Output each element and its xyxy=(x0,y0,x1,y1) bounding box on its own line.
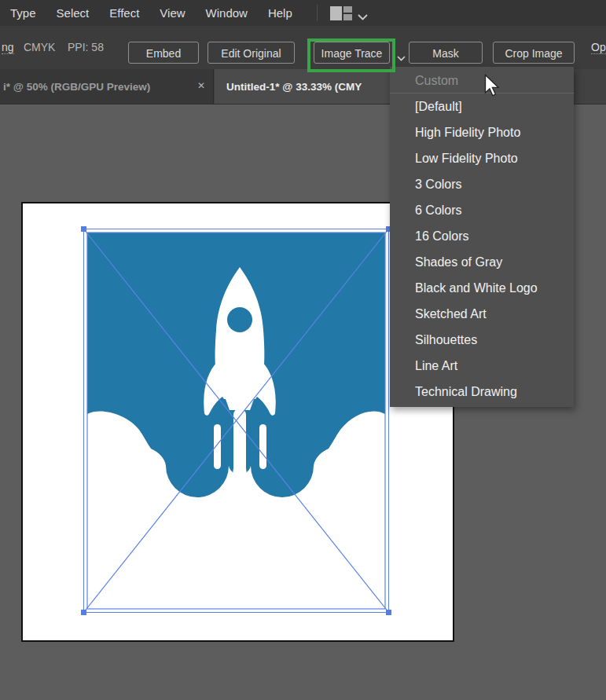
menu-item[interactable]: 3 Colors xyxy=(390,171,574,197)
workspace-pane-left xyxy=(330,6,342,20)
workspace-pane-top-right xyxy=(343,6,352,13)
workspace-pane-bottom-right xyxy=(343,14,352,20)
document-tab-active[interactable]: Untitled-1* @ 33.33% (CMY xyxy=(215,69,409,104)
image-trace-button[interactable]: Image Trace xyxy=(314,42,390,64)
menu-item[interactable]: Window xyxy=(196,6,258,20)
menubar-divider xyxy=(317,5,318,21)
menu-item[interactable]: 16 Colors xyxy=(390,223,574,249)
menu-item[interactable]: 6 Colors xyxy=(390,197,574,223)
opacity-link[interactable]: Op xyxy=(591,41,606,54)
selection-overlay xyxy=(81,226,392,616)
document-tab-inactive[interactable]: i* @ 50% (RGB/GPU Preview) ✕ xyxy=(0,69,214,104)
menu-item-list: [Default] High Fidelity Photo Low Fideli… xyxy=(390,93,574,405)
crop-image-button[interactable]: Crop Image xyxy=(493,42,575,64)
menu-item-custom-disabled: Custom xyxy=(390,70,574,92)
mask-button[interactable]: Mask xyxy=(409,42,483,64)
corner-handle-top-left[interactable] xyxy=(81,226,86,232)
corner-handle-bottom-left[interactable] xyxy=(81,610,86,615)
menu-item[interactable]: High Fidelity Photo xyxy=(390,119,574,145)
menu-item[interactable]: Type xyxy=(0,6,46,20)
menu-item[interactable]: Silhouettes xyxy=(390,327,574,353)
menu-item[interactable]: [Default] xyxy=(390,93,574,119)
tab-title: i* @ 50% (RGB/GPU Preview) xyxy=(0,81,150,93)
edit-original-button[interactable]: Edit Original xyxy=(208,42,295,64)
trailing-link-label[interactable]: ng xyxy=(2,41,14,54)
menu-item[interactable]: Help xyxy=(258,6,303,20)
embed-button[interactable]: Embed xyxy=(128,42,199,64)
menu-item[interactable]: Shades of Gray xyxy=(390,249,574,275)
image-trace-presets-chevron-icon[interactable] xyxy=(397,50,406,64)
menu-bar: Type Select Effect View Window Help xyxy=(0,0,606,26)
control-bar: ng CMYK PPI: 58 Embed Edit Original Imag… xyxy=(0,26,606,69)
tab-title: Untitled-1* @ 33.33% (CMY xyxy=(215,81,362,93)
menu-items: Type Select Effect View Window Help xyxy=(0,0,303,26)
menu-item[interactable]: Select xyxy=(46,6,100,20)
close-icon[interactable]: ✕ xyxy=(197,80,205,91)
chevron-down-icon[interactable] xyxy=(358,9,368,24)
corner-handle-bottom-right[interactable] xyxy=(386,610,391,615)
menu-item[interactable]: Technical Drawing xyxy=(390,379,574,405)
image-trace-preset-menu: Custom [Default] High Fidelity Photo Low… xyxy=(390,67,574,407)
menu-item[interactable]: Low Fidelity Photo xyxy=(390,145,574,171)
menu-item[interactable]: Sketched Art xyxy=(390,301,574,327)
ppi-label: PPI: 58 xyxy=(68,26,104,69)
menu-item[interactable]: View xyxy=(149,6,195,20)
menu-item[interactable]: Line Art xyxy=(390,353,574,379)
color-mode-label: CMYK xyxy=(24,26,55,69)
workspace-switcher-icon[interactable] xyxy=(330,6,352,20)
menu-item[interactable]: Black and White Logo xyxy=(390,275,574,301)
menu-item[interactable]: Effect xyxy=(99,6,149,20)
